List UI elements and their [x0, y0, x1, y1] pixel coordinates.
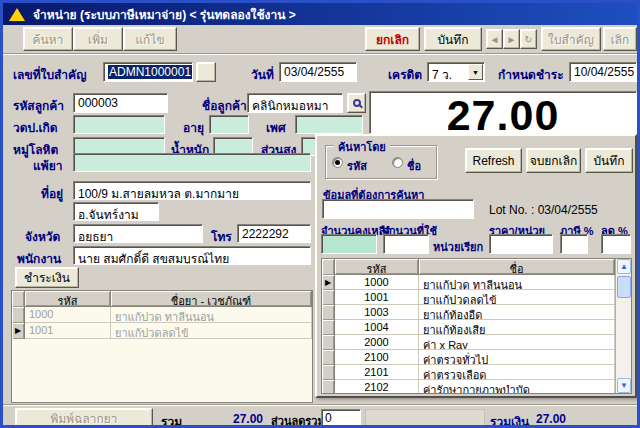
list-item[interactable]: ▶ 1000 ยาแก้ปวด ทาลีนนอน: [322, 275, 631, 290]
age-label: อายุ: [183, 118, 204, 137]
province-field[interactable]: อยุธยา: [73, 224, 203, 243]
address2-field[interactable]: อ.จันทร์งาม: [73, 202, 159, 221]
items-table-header-code: รหัส: [25, 291, 111, 307]
due-date-field[interactable]: 10/04/2555: [569, 62, 637, 82]
popup-save-button[interactable]: บันทึก: [585, 148, 633, 173]
nav-next-icon[interactable]: ►: [503, 29, 520, 49]
grand-total-value: 27.00: [508, 412, 566, 426]
edit-button[interactable]: แก้ไข: [123, 27, 177, 51]
credit-dropdown[interactable]: 7 ว. ▼: [427, 62, 485, 82]
date-field[interactable]: 03/04/2555: [279, 62, 357, 82]
tel-field[interactable]: 2222292: [237, 224, 311, 243]
customer-code-field[interactable]: 000003: [73, 93, 168, 113]
credit-value: 7 ว.: [432, 68, 452, 82]
credit-label: เครดิต: [388, 65, 422, 84]
refresh-button[interactable]: Refresh: [465, 148, 522, 173]
total-value: 27.00: [208, 412, 263, 426]
footer-divider: [3, 404, 637, 406]
sex-label: เพศ: [266, 118, 286, 137]
birth-field: [73, 115, 165, 134]
list-item[interactable]: 2101 ค่าตรวจเลือด: [322, 365, 631, 380]
titlebar[interactable]: จำหน่าย (ระบบภาษีเหมาจ่าย) < รุ่นทดลองใช…: [3, 3, 637, 25]
search-by-label: ค้นหาโดย: [334, 138, 390, 156]
amount-display-value: 27.00: [447, 91, 560, 134]
add-button[interactable]: เพิ่ม: [73, 27, 123, 51]
search-by-groupbox: ค้นหาโดย รหัส ชื่อ: [325, 145, 437, 179]
drug-list-header-name: ชื่อ: [419, 259, 615, 275]
table-row[interactable]: 1000 ยาแก้ปวด ทาลีนนอน: [12, 307, 312, 323]
doc-no-label: เลขที่ใบสำคัญ: [13, 65, 86, 84]
radio-search-by-code[interactable]: [332, 157, 343, 168]
tel-label: โทร: [211, 227, 232, 246]
discount-pct-field[interactable]: [601, 234, 631, 254]
lot-no-text: Lot No. : 03/04/2555: [489, 203, 598, 217]
radio-search-by-name[interactable]: [392, 157, 403, 168]
drug-list-table: รหัส ชื่อ ▶ 1000 ยาแก้ปวด ทาลีนนอน 1001 …: [321, 258, 632, 394]
voucher-button[interactable]: ใบสำคัญ: [541, 27, 601, 51]
radio-code-label: รหัส: [347, 157, 367, 175]
row-marker-icon: ▶: [12, 323, 25, 339]
credit-dropdown-arrow-icon[interactable]: ▼: [468, 64, 483, 80]
scroll-up-icon[interactable]: ▲: [617, 259, 631, 274]
magnifier-icon: [353, 99, 361, 107]
search-button[interactable]: ค้นหา: [23, 27, 73, 51]
address-label: ที่อยู่: [41, 184, 63, 203]
customer-name-field[interactable]: คลินิกหมอหมา: [247, 93, 343, 113]
footer-blank-panel: [365, 409, 485, 427]
save-button[interactable]: บันทึก: [424, 27, 482, 51]
list-item[interactable]: 2102 ค่ารักษากายภาพบำบัด: [322, 380, 631, 394]
discount-total-input[interactable]: 0: [321, 409, 361, 427]
customer-code-label: รหัสลูกค้า: [13, 96, 64, 115]
finish-cancel-button[interactable]: จบยกเลิก: [526, 148, 581, 173]
province-label: จังหวัด: [25, 227, 60, 246]
items-table-header: รหัส ชื่อยา - เวชภัณฑ์: [12, 291, 312, 307]
quit-button[interactable]: เลิก: [603, 27, 637, 51]
employee-field[interactable]: นาย สมศักดิ์ดี สุขสมบูรณ์ไทย: [73, 246, 311, 265]
items-table-marker-col: [12, 291, 25, 307]
drug-list-header: รหัส ชื่อ: [322, 259, 631, 275]
radio-name-label: ชื่อ: [407, 157, 421, 175]
search-input[interactable]: [322, 199, 474, 219]
app-window: จำหน่าย (ระบบภาษีเหมาจ่าย) < รุ่นทดลองใช…: [0, 0, 640, 428]
allergy-field: [73, 153, 311, 172]
unit-label: หน่วยเรียก: [433, 238, 483, 256]
pay-button[interactable]: ชำระเงิน: [15, 267, 79, 288]
window-title: จำหน่าย (ระบบภาษีเหมาจ่าย) < รุ่นทดลองใช…: [33, 5, 296, 24]
drug-list-header-code: รหัส: [335, 259, 419, 275]
cancel-button[interactable]: ยกเลิก: [365, 27, 420, 51]
sex-field: [295, 115, 363, 134]
list-item[interactable]: 2000 ค่า x Ray: [322, 335, 631, 350]
total-label: รวม: [161, 412, 182, 428]
tax-field[interactable]: [560, 234, 588, 254]
toolbar: ค้นหา เพิ่ม แก้ไข ยกเลิก บันทึก ◄ ► ↻ ใบ…: [3, 25, 637, 54]
drug-list-scrollbar[interactable]: ▲ ▼: [615, 259, 631, 393]
app-warning-triangle-icon: [9, 8, 25, 21]
age-field: [209, 115, 249, 134]
doc-no-field[interactable]: ADMN1000001: [103, 62, 193, 82]
table-row[interactable]: ▶ 1001 ยาแก้ปวดลดไข้: [12, 323, 312, 339]
items-table: รหัส ชื่อยา - เวชภัณฑ์ 1000 ยาแก้ปวด ทาล…: [11, 290, 313, 403]
list-item[interactable]: 2100 ค่าตรวจทั่วไป: [322, 350, 631, 365]
nav-refresh-icon[interactable]: ↻: [520, 29, 537, 49]
nav-prev-icon[interactable]: ◄: [486, 29, 503, 49]
qty-used-field[interactable]: [383, 234, 429, 254]
list-item[interactable]: 1003 ยาแก้ท้องอืด: [322, 305, 631, 320]
list-item[interactable]: 1004 ยาแก้ท้องเสีย: [322, 320, 631, 335]
print-label-button[interactable]: พิมพ์ฉลากยา: [15, 408, 153, 428]
scroll-down-icon[interactable]: ▼: [617, 378, 631, 393]
address1-field[interactable]: 100/9 ม.สายลมหวล ต.มากมาย: [73, 181, 311, 200]
birth-label: วดป.เกิด: [13, 118, 58, 137]
customer-search-button[interactable]: [347, 93, 366, 113]
qty-remaining-field: [321, 234, 377, 254]
customer-name-label: ชื่อลูกค้า: [202, 96, 247, 115]
amount-display: 27.00: [369, 91, 637, 134]
items-table-header-name: ชื่อยา - เวชภัณฑ์: [111, 291, 312, 307]
list-item[interactable]: 1001 ยาแก้ปวดลดไข้: [322, 290, 631, 305]
scrollbar-thumb[interactable]: [617, 276, 631, 298]
doc-no-lookup-button[interactable]: [196, 62, 216, 82]
price-field[interactable]: [489, 234, 553, 254]
employee-label: พนักงาน: [17, 249, 61, 268]
drug-search-dialog: ค้นหาโดย รหัส ชื่อ Refresh จบยกเลิก บันท…: [315, 134, 637, 398]
doc-no-value: ADMN1000001: [108, 65, 192, 79]
allergy-label: แพ้ยา: [33, 156, 62, 175]
